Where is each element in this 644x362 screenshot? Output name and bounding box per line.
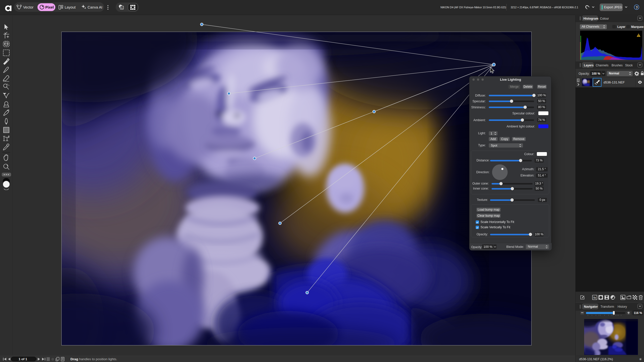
svg-text:!: ! [638, 34, 639, 37]
svg-text:fx: fx [593, 296, 596, 299]
svg-text:A: A [121, 7, 123, 9]
